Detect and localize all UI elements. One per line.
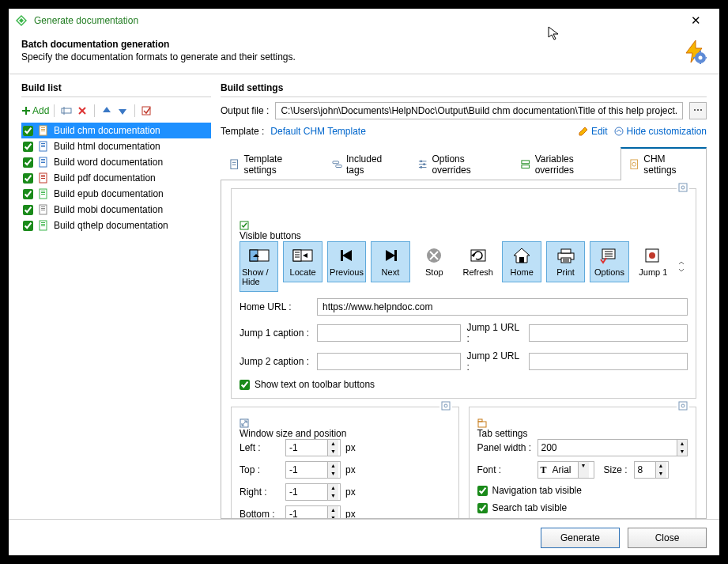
svg-point-59 (420, 166, 422, 168)
jump1-url-input[interactable] (529, 324, 688, 342)
svg-rect-46 (41, 225, 45, 226)
home-url-label: Home URL : (240, 301, 311, 312)
add-button[interactable]: Add (21, 105, 49, 116)
build-item-checkbox[interactable] (23, 189, 33, 199)
build-item-checkbox[interactable] (23, 157, 33, 168)
build-item-mobi[interactable]: Build mobi documentation (21, 202, 211, 218)
lightning-settings-icon (681, 39, 707, 64)
tab-options overrides[interactable]: Options overrides (409, 147, 511, 180)
vis-btn-print[interactable]: Print (546, 241, 585, 282)
vis-btn-jump-1[interactable]: Jump 1 (634, 241, 673, 282)
jump2-url-input[interactable] (529, 353, 688, 370)
build-item-checkbox[interactable] (23, 142, 33, 152)
output-file-label: Output file : (221, 105, 269, 116)
vis-btn-options[interactable]: Options (590, 241, 628, 282)
panel-width-input[interactable] (538, 440, 677, 456)
svg-rect-11 (22, 110, 30, 112)
reset-window-size[interactable] (439, 401, 452, 411)
right-input[interactable] (286, 484, 327, 500)
build-list-title: Build list (21, 82, 211, 93)
top-input[interactable] (286, 462, 327, 478)
svg-rect-24 (41, 143, 45, 144)
tab-icon (332, 159, 342, 170)
epub-icon (38, 188, 49, 199)
svg-rect-29 (41, 161, 45, 161)
build-settings-panel: Build settings Output file : ⋯ Template … (221, 82, 707, 519)
build-item-checkbox[interactable] (23, 221, 33, 231)
hide-customization-button[interactable]: Hide customization (614, 126, 707, 137)
svg-rect-79 (394, 250, 397, 261)
tab-template settings[interactable]: Template settings (221, 147, 323, 180)
vis-btn-locate[interactable]: Locate (283, 241, 322, 282)
browse-button[interactable]: ⋯ (689, 102, 707, 119)
template-link[interactable]: Default CHM Template (270, 126, 366, 137)
svg-rect-60 (522, 160, 530, 163)
build-item-chm[interactable]: Build chm documentation (21, 123, 211, 138)
svg-rect-42 (41, 210, 45, 210)
delete-button[interactable] (75, 104, 89, 118)
svg-rect-33 (41, 176, 45, 177)
collapse-icon (614, 127, 624, 136)
svg-rect-41 (41, 208, 45, 209)
show-text-checkbox[interactable] (240, 380, 250, 390)
vis-btn-previous[interactable]: Previous (327, 241, 366, 282)
tab-variables overrides[interactable]: Variables overrides (511, 147, 620, 180)
svg-point-105 (681, 404, 685, 407)
size-input[interactable] (635, 462, 655, 478)
settings-tabs: Template settingsIncluded tagsOptions ov… (221, 146, 707, 180)
reset-tab-settings[interactable] (677, 401, 689, 411)
jump2-caption-input[interactable] (317, 353, 461, 370)
svg-rect-44 (41, 222, 45, 223)
svg-rect-37 (41, 192, 45, 193)
html-icon (38, 141, 49, 152)
tab-included tags[interactable]: Included tags (323, 147, 409, 180)
pencil-icon (579, 127, 588, 136)
chm-icon (38, 125, 49, 136)
edit-template-button[interactable]: Edit (579, 126, 608, 137)
reset-visible-buttons[interactable] (677, 183, 689, 192)
app-icon (15, 14, 28, 27)
build-item-word[interactable]: Build word documentation (21, 154, 211, 170)
build-item-pdf[interactable]: Build pdf documentation (21, 170, 211, 186)
move-up-button[interactable] (100, 104, 114, 118)
build-item-epub[interactable]: Build epub documentation (21, 186, 211, 202)
nav-tab-checkbox[interactable] (477, 486, 488, 496)
output-file-input[interactable] (275, 102, 683, 119)
tab-icon (520, 159, 530, 170)
svg-rect-71 (293, 250, 301, 261)
svg-rect-20 (41, 127, 45, 128)
vis-btn-home[interactable]: Home (502, 241, 541, 282)
svg-rect-51 (232, 164, 236, 165)
generate-button[interactable]: Generate (541, 528, 620, 548)
svg-marker-76 (342, 250, 352, 261)
svg-rect-12 (62, 108, 71, 113)
vis-btn-next[interactable]: Next (371, 241, 409, 282)
jump2-cap-label: Jump 2 caption : (240, 356, 311, 367)
vis-btn-refresh[interactable]: Refresh (458, 241, 497, 282)
build-item-checkbox[interactable] (23, 173, 33, 184)
svg-rect-45 (41, 224, 45, 225)
close-button[interactable]: ✕ (678, 13, 713, 28)
close-footer-button[interactable]: Close (628, 528, 707, 548)
left-input[interactable] (286, 440, 327, 456)
build-item-checkbox[interactable] (23, 126, 33, 136)
svg-rect-34 (41, 178, 45, 179)
tab-icon (229, 159, 240, 170)
build-item-checkbox[interactable] (23, 205, 33, 215)
vis-btn-show-hide[interactable]: Show / Hide (240, 241, 278, 292)
move-down-button[interactable] (115, 104, 130, 118)
vis-btn-stop[interactable]: Stop (415, 241, 454, 282)
font-input[interactable] (549, 462, 578, 478)
bottom-input[interactable] (286, 506, 327, 519)
home-url-input[interactable] (317, 298, 688, 316)
tab-chm settings[interactable]: CHM settings (620, 147, 707, 180)
rename-button[interactable] (59, 104, 74, 118)
svg-point-5 (699, 56, 703, 60)
expand-chevron-icon[interactable] (677, 261, 688, 272)
checklist-button[interactable] (140, 104, 154, 118)
search-tab-checkbox[interactable] (477, 503, 488, 513)
svg-rect-36 (41, 191, 45, 191)
jump1-caption-input[interactable] (317, 324, 461, 342)
build-item-qt[interactable]: Build qthelp documentation (21, 218, 211, 233)
build-item-html[interactable]: Build html documentation (21, 138, 211, 154)
